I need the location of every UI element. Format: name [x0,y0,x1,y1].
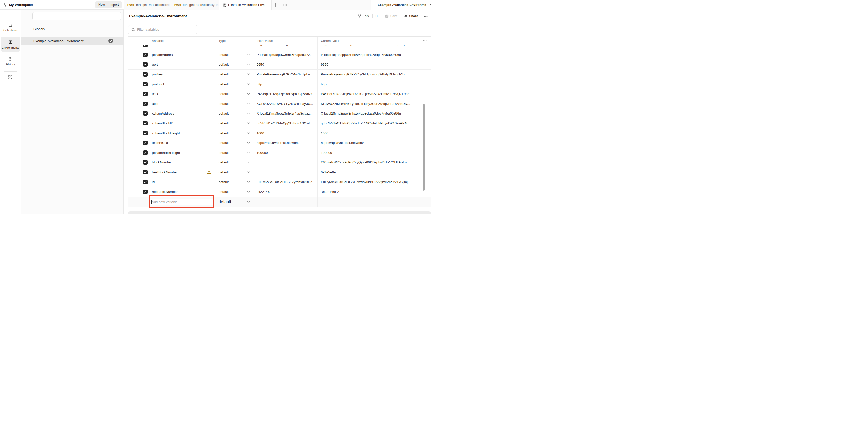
variable-name-cell[interactable]: port [150,60,214,69]
add-variable-input-box[interactable] [150,199,213,205]
variable-type-cell[interactable]: default [214,60,253,69]
fork-button[interactable]: Fork [358,14,369,18]
warning-icon[interactable] [207,171,211,174]
initial-value-cell[interactable]: 9650 [253,60,317,69]
initial-value-cell[interactable]: https://api.avax-test.network [253,138,317,148]
variable-name-cell[interactable]: id [150,177,214,187]
row-checkbox[interactable] [143,170,148,174]
current-value-cell[interactable]: P4SBqRTDAqJBjeRoDvptCCjPWnzzDZPmK9L7WQ7F… [317,89,418,99]
variable-type-cell[interactable]: default [214,187,253,197]
row-checkbox[interactable] [143,102,148,106]
initial-value-cell[interactable] [253,197,317,207]
column-options-button[interactable] [418,37,431,45]
initial-value-cell[interactable]: http [253,79,317,89]
variable-type-cell[interactable]: default [214,89,253,99]
current-value-cell[interactable] [317,197,418,207]
row-checkbox[interactable] [143,45,148,47]
current-value-cell[interactable]: 0x1e5e0e5 [317,167,418,177]
row-checkbox[interactable] [143,111,148,116]
initial-value-cell[interactable]: 1000 [253,129,317,138]
active-environment-check-badge[interactable] [108,38,113,43]
current-value-cell[interactable]: "0x22146F2" [317,187,418,197]
current-value-cell[interactable]: PrivateKey-ewoqjP7PxY4yr3iLTpLisriqt94hd… [317,69,418,79]
variable-name-cell[interactable]: protocol [150,79,214,89]
initial-value-cell[interactable]: 2ugSciZmRsVM7YfgeJ7YhZW0Gr8ucnmKbu... [253,45,317,50]
row-checkbox[interactable] [143,92,148,96]
row-checkbox[interactable] [143,141,148,145]
new-tab-button[interactable] [272,2,278,8]
more-actions-button[interactable] [424,16,428,17]
row-checkbox[interactable] [143,180,148,184]
variable-type-cell[interactable]: default [214,69,253,79]
variable-type-cell[interactable]: default [214,99,253,109]
variable-type-cell[interactable]: default [214,109,253,118]
initial-value-cell[interactable]: gn5RhN1aCT3dnCpjYkiJtrZr1NCwf... [253,118,317,128]
sidebar-item-environments[interactable]: Environments [1,37,20,52]
fork-count[interactable]: 0 [376,14,377,18]
user-avatar-icon[interactable] [2,3,6,7]
variable-type-cell[interactable]: default [214,177,253,187]
current-value-cell[interactable]: gn5RhN1aCT3dnCpjYkiJtrZr1NCwfaHNkFyuDX16… [317,118,418,128]
import-button[interactable]: Import [107,1,122,8]
variable-type-cell[interactable]: default [214,158,253,167]
current-value-cell[interactable]: KGDvUZzdJRWNYTy2ktU4Huay3UueZ94qNeBfRASn… [317,99,418,109]
variable-name-cell[interactable]: utxo [150,99,214,109]
initial-value-cell[interactable]: X-local18jma8ppw3nhx5r4ap8clazz... [253,109,317,118]
environment-quick-selector[interactable]: Example-Avalanche-Environme [371,0,434,10]
tab-eth-getTransactionReceipt[interactable]: POST eth_getTransactionRece [124,0,171,10]
current-value-cell[interactable]: 2ugSciZmRsVM7YfgeJ7YhZW0Gr8ucnmKburJdq4y… [317,45,418,50]
variable-type-cell[interactable]: default [214,45,253,50]
row-checkbox[interactable] [143,150,148,155]
initial-value-cell[interactable] [253,167,317,177]
row-checkbox[interactable] [143,82,148,86]
add-environment-button[interactable] [24,13,30,19]
vertical-scrollbar-thumb[interactable] [423,104,425,191]
variable-type-cell[interactable]: default [214,148,253,158]
sidebar-item-history[interactable]: History [1,54,20,68]
row-checkbox[interactable] [143,72,148,77]
variable-name-cell[interactable]: pchainBlockHeight [150,148,214,158]
initial-value-cell[interactable]: P4SBqRTDAqJBjeRoDvptCCjPWnzz... [253,89,317,99]
variable-type-cell[interactable]: default [214,138,253,148]
variable-type-cell[interactable]: default [214,118,253,128]
row-checkbox[interactable] [143,190,148,194]
variable-name-cell[interactable]: xchainAddress [150,109,214,118]
initial-value-cell[interactable]: KGDvUZzdJRWNYTy2ktU4Huay3U... [253,99,317,109]
variable-name-cell[interactable]: privkey [150,69,214,79]
initial-value-cell[interactable]: 100000 [253,148,317,158]
tab-options-button[interactable] [282,2,288,8]
variable-name-cell[interactable]: pchainAddress [150,50,214,60]
filter-variables-box[interactable] [128,25,197,34]
row-checkbox[interactable] [143,121,148,125]
initial-value-cell[interactable]: PrivateKey-ewoqjP7PxY4yr3iLTpLis... [253,69,317,79]
variable-name-cell[interactable]: blockNumber [150,158,214,167]
filter-variables-input[interactable] [137,28,189,31]
row-checkbox[interactable] [143,131,148,135]
add-variable-input[interactable] [152,200,210,204]
current-value-cell[interactable]: 2M5ZeKWDYfXkgPg6YyQyka66DDsphvDHtZ7GUFAu… [317,158,418,167]
variable-type-cell[interactable]: default [214,167,253,177]
variable-name-cell[interactable]: xchainBlockHeight [150,129,214,138]
variable-name-cell[interactable]: xchainBlockID [150,118,214,128]
workspace-name[interactable]: My Workspace [9,3,33,7]
variable-name-cell[interactable]: txID [150,89,214,99]
sidebar-item-environment[interactable]: Example-Avalanche-Environment [21,37,124,45]
variable-type-cell[interactable]: default [214,79,253,89]
current-value-cell[interactable]: http [317,79,418,89]
configure-blocks-icon[interactable] [7,74,13,81]
current-value-cell[interactable]: 100000 [317,148,418,158]
variable-name-cell[interactable]: testnetURL [150,138,214,148]
sidebar-filter-box[interactable] [32,12,121,20]
current-value-cell[interactable]: 9650 [317,60,418,69]
row-checkbox[interactable] [143,160,148,165]
variable-type-cell[interactable]: default [214,50,253,60]
sidebar-item-collections[interactable]: Collections [1,21,20,34]
row-checkbox[interactable] [143,53,148,57]
row-checkbox[interactable] [143,62,148,67]
tab-environment-active[interactable]: Example-Avalanche-Envi [219,0,272,10]
save-button[interactable]: Save [385,14,398,18]
current-value-cell[interactable]: 1000 [317,129,418,138]
new-button[interactable]: New [95,1,108,8]
current-value-cell[interactable]: P-local18jma8ppw3nhx5r4ap8clazz0dps7rv5u… [317,50,418,60]
current-value-cell[interactable]: X-local18jma8ppw3nhx5r4ap8clazz0dps7rv5u… [317,109,418,118]
